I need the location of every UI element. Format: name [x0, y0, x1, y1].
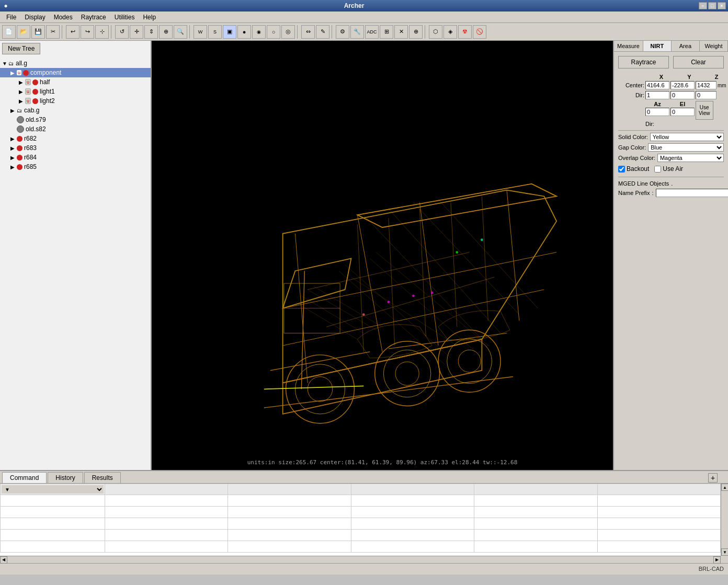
backout-checkbox-label[interactable]: Backout	[618, 165, 649, 173]
new-tree-button[interactable]: New Tree	[2, 43, 40, 54]
tab-results[interactable]: Results	[84, 472, 121, 483]
tree-item-r683[interactable]: ▶ r683	[0, 143, 151, 153]
tree-item-r682[interactable]: ▶ r682	[0, 134, 151, 143]
menu-utilities[interactable]: Utilities	[110, 13, 139, 22]
clear-button[interactable]: Clear	[673, 56, 724, 68]
tree-item-old-s79[interactable]: old.s79	[0, 115, 151, 124]
new-button[interactable]: 📄	[2, 25, 16, 39]
expand-icon-light2[interactable]: ▶	[19, 98, 25, 104]
radiation-button[interactable]: ☢	[458, 25, 472, 39]
tree-item-half[interactable]: ▶ u half	[0, 77, 151, 87]
expand-icon-light1[interactable]: ▶	[19, 89, 25, 95]
save-button[interactable]: 💾	[31, 25, 45, 39]
expand-icon-r684[interactable]: ▶	[10, 155, 17, 160]
overlay-button[interactable]: ◈	[443, 25, 457, 39]
expand-icon-component[interactable]: ▶	[10, 70, 17, 76]
dir1-y-input[interactable]	[670, 91, 695, 99]
measure-button[interactable]: ⇔	[301, 25, 315, 39]
dir1-x-input[interactable]	[645, 91, 669, 99]
hscroll-right-btn[interactable]: ▶	[713, 556, 721, 564]
use-view-button[interactable]: Use View	[696, 101, 713, 120]
hscroll-left-btn[interactable]: ◀	[0, 556, 7, 564]
expand-icon-all-g[interactable]: ▼	[2, 61, 8, 66]
tab-area[interactable]: Area	[672, 41, 700, 51]
right-panel-tabs: Measure NIRT Area Weight	[614, 41, 728, 52]
viewport[interactable]: units:in size:265.67 center:(81.41, 61.3…	[152, 41, 613, 470]
minimize-button[interactable]: −	[699, 2, 707, 9]
overlap-color-select[interactable]: Magenta Red Blue	[657, 154, 724, 162]
tab-nirt[interactable]: NIRT	[643, 41, 672, 51]
expand-icon-r682[interactable]: ▶	[10, 136, 17, 142]
expand-icon-cab-g[interactable]: ▶	[10, 108, 17, 113]
name-prefix-input[interactable]	[656, 189, 728, 197]
menu-file[interactable]: File	[2, 13, 20, 22]
tgc-button[interactable]: ◉	[252, 25, 266, 39]
undo-button[interactable]: ↩	[66, 25, 79, 39]
center-z-input[interactable]	[696, 81, 716, 89]
zoom-button[interactable]: 🔍	[174, 25, 187, 39]
dir1-z-input[interactable]	[696, 91, 716, 99]
tree-item-r685[interactable]: ▶ r685	[0, 162, 151, 171]
maximize-button[interactable]: □	[708, 2, 716, 9]
tab-measure[interactable]: Measure	[614, 41, 643, 51]
dir2-az-input[interactable]	[645, 108, 669, 116]
expand-icon-r683[interactable]: ▶	[10, 145, 17, 151]
raytrace-settings-button[interactable]: ⚙	[336, 25, 349, 39]
tree-item-cab-g[interactable]: ▶ 🗂 cab.g	[0, 106, 151, 115]
raytrace-button[interactable]: Raytrace	[618, 56, 669, 68]
vscroll-up-btn[interactable]: ▲	[721, 484, 728, 491]
adc-button[interactable]: ADC	[365, 25, 379, 39]
snap-button[interactable]: ✕	[394, 25, 408, 39]
tab-history[interactable]: History	[48, 472, 83, 483]
tab-command[interactable]: Command	[2, 472, 47, 483]
open-button[interactable]: 📂	[17, 25, 30, 39]
close-button[interactable]: ×	[718, 2, 726, 9]
tree-item-all-g[interactable]: ▼ 🗂 all.g	[0, 59, 151, 68]
scale-button[interactable]: ⇕	[144, 25, 158, 39]
gap-color-select[interactable]: Blue Red Green Yellow	[648, 143, 724, 152]
rotate-button[interactable]: ↺	[115, 25, 129, 39]
menu-raytrace[interactable]: Raytrace	[77, 13, 110, 22]
center-x-input[interactable]	[645, 81, 669, 89]
col1-dropdown[interactable]: ▼	[2, 485, 104, 494]
use-air-checkbox-label[interactable]: Use Air	[654, 165, 683, 173]
tree-item-component[interactable]: ▶ u component	[0, 68, 151, 77]
menu-display[interactable]: Display	[20, 13, 49, 22]
tor-button[interactable]: ◎	[281, 25, 295, 39]
axes-button[interactable]: ⊕	[409, 25, 423, 39]
arb-button[interactable]: ▣	[223, 25, 236, 39]
center-y-input[interactable]	[670, 81, 695, 89]
fb-button[interactable]: ⬡	[429, 25, 442, 39]
select-button[interactable]: ⊹	[95, 25, 109, 39]
solid-button[interactable]: S	[208, 25, 222, 39]
redo-button[interactable]: ↪	[81, 25, 94, 39]
tree-item-light1[interactable]: ▶ u light1	[0, 87, 151, 96]
menu-modes[interactable]: Modes	[50, 13, 77, 22]
cut-button[interactable]: ✂	[46, 25, 60, 39]
bottom-hscrollbar[interactable]: ◀ ▶	[0, 556, 721, 563]
prohibit-button[interactable]: 🚫	[473, 25, 486, 39]
sph-button[interactable]: ●	[237, 25, 251, 39]
wireframe-button[interactable]: W	[194, 25, 207, 39]
backout-checkbox[interactable]	[618, 166, 625, 173]
add-tab-button[interactable]: +	[708, 473, 718, 483]
vscroll-down-btn[interactable]: ▼	[721, 548, 728, 556]
menu-help[interactable]: Help	[139, 13, 160, 22]
command-table: ▼	[0, 484, 721, 553]
settings-button[interactable]: 🔧	[350, 25, 364, 39]
grid-button[interactable]: ⊞	[380, 25, 393, 39]
center-button[interactable]: ⊕	[159, 25, 173, 39]
translate-button[interactable]: ✛	[130, 25, 143, 39]
solid-color-select[interactable]: Yellow Red Green Blue	[650, 133, 724, 141]
use-air-checkbox[interactable]	[654, 166, 661, 173]
tab-weight[interactable]: Weight	[700, 41, 728, 51]
dir2-el-input[interactable]	[670, 108, 695, 116]
expand-icon-r685[interactable]: ▶	[10, 164, 17, 170]
bottom-vscrollbar[interactable]: ▲ ▼	[721, 484, 728, 556]
expand-icon-half[interactable]: ▶	[19, 79, 25, 85]
tree-item-light2[interactable]: ▶ u light2	[0, 96, 151, 106]
tree-item-r684[interactable]: ▶ r684	[0, 153, 151, 162]
rcc-button[interactable]: ○	[267, 25, 280, 39]
tree-item-old-s82[interactable]: old.s82	[0, 124, 151, 134]
annotate-button[interactable]: ✎	[316, 25, 329, 39]
